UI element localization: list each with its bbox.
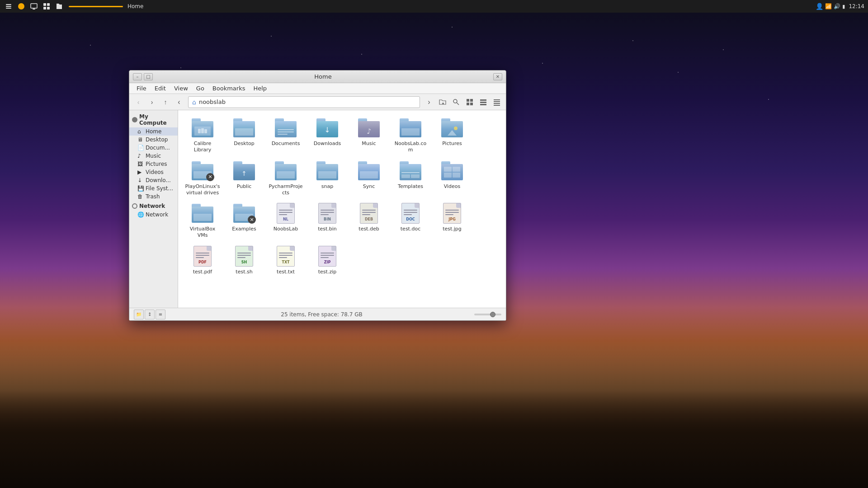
file-label-testpdf: test.pdf: [193, 269, 212, 275]
sidebar-item-music[interactable]: ♪ Music: [129, 152, 178, 160]
nav-back-button[interactable]: ‹: [173, 96, 185, 108]
folder-icon-virtualbox: [192, 202, 213, 224]
mycompute-bullet: [132, 117, 137, 122]
file-item-noobslab-file[interactable]: NL NoobsLab: [266, 200, 306, 241]
content-area: My Compute ⌂ Home 🖥 Desktop 📄 Docum... ♪…: [129, 110, 506, 308]
svg-rect-4: [31, 4, 37, 8]
file-item-testsh[interactable]: SH test.sh: [224, 243, 264, 277]
sidebar-item-trash[interactable]: 🗑 Trash: [129, 192, 178, 201]
file-item-playonlinux[interactable]: ✕ PlayOnLinux's virtual drives: [183, 158, 222, 199]
statusbar-view-buttons: 📁 ↕ ≡: [134, 310, 165, 319]
sidebar-item-videos[interactable]: ▶ Videos: [129, 168, 178, 176]
svg-point-12: [453, 99, 457, 103]
folder-icon-sync: [358, 160, 380, 182]
file-item-testjpg[interactable]: JPG test.jpg: [432, 200, 472, 241]
search-button[interactable]: [450, 96, 462, 108]
file-item-desktop[interactable]: Desktop: [224, 115, 264, 156]
folder-icon-templates: [400, 160, 421, 182]
files-taskbar-icon[interactable]: [54, 1, 64, 11]
sidebar-item-home[interactable]: ⌂ Home: [129, 127, 178, 136]
view-list-button[interactable]: [477, 96, 490, 108]
system-tray: 👤 📶 🔊 ▮: [816, 3, 845, 10]
sidebar-header-mycompute[interactable]: My Compute: [129, 112, 178, 127]
statusbar-view-folder[interactable]: 📁: [134, 310, 144, 319]
minimize-button[interactable]: –: [133, 73, 142, 80]
up-button[interactable]: ↑: [159, 96, 172, 108]
view-icons-button[interactable]: [463, 96, 476, 108]
file-item-testpdf[interactable]: PDF test.pdf: [183, 243, 222, 277]
file-item-templates[interactable]: Templates: [391, 158, 430, 199]
sidebar-header-network[interactable]: Network: [129, 202, 178, 211]
file-item-examples[interactable]: ✕ Examples: [224, 200, 264, 241]
menu-bookmarks[interactable]: Bookmarks: [209, 84, 249, 93]
svg-rect-26: [201, 128, 204, 133]
file-icon-testdoc: DOC: [400, 202, 421, 224]
menu-file[interactable]: File: [133, 84, 150, 93]
file-item-virtualbox[interactable]: VirtualBox VMs: [183, 200, 222, 241]
file-item-noobslabcom[interactable]: NoobsLab.com: [391, 115, 430, 156]
sidebar-item-documents[interactable]: 📄 Docum...: [129, 144, 178, 152]
back-button[interactable]: ‹: [132, 96, 145, 108]
file-item-snap[interactable]: snap: [307, 158, 347, 199]
sidebar-item-filesystem[interactable]: 💾 File Syst...: [129, 184, 178, 192]
file-item-documents[interactable]: Documents: [266, 115, 306, 156]
file-item-testdeb[interactable]: DEB test.deb: [349, 200, 389, 241]
file-item-testdoc[interactable]: DOC test.doc: [391, 200, 430, 241]
file-item-calibre[interactable]: Calibre Library: [183, 115, 222, 156]
svg-rect-27: [204, 129, 207, 133]
forward-button[interactable]: ›: [146, 96, 158, 108]
file-label-desktop: Desktop: [234, 141, 254, 147]
folder-icon-examples: ✕: [233, 202, 255, 224]
file-label-noobslab-file: NoobsLab: [274, 226, 298, 232]
sidebar-item-desktop[interactable]: 🖥 Desktop: [129, 136, 178, 144]
file-icon-testdeb: DEB: [358, 202, 380, 224]
menu-view[interactable]: View: [170, 84, 192, 93]
close-button[interactable]: ✕: [493, 73, 502, 80]
file-grid: Calibre Library Desktop: [178, 110, 506, 308]
folder-icon-downloads: ↓: [316, 117, 338, 139]
file-item-testzip[interactable]: ZIP test.zip: [307, 243, 347, 277]
statusbar-view-sort[interactable]: ↕: [145, 310, 155, 319]
new-folder-button[interactable]: [436, 96, 449, 108]
svg-rect-21: [494, 99, 500, 100]
statusbar: 📁 ↕ ≡ 25 items, Free space: 78.7 GB: [129, 308, 506, 320]
sidebar-item-downloads[interactable]: ↓ Downlo...: [129, 176, 178, 184]
toolbar-right-buttons: [436, 96, 503, 108]
file-item-music[interactable]: ♪ Music: [349, 115, 389, 156]
file-item-pictures[interactable]: Pictures: [432, 115, 472, 156]
address-forward-button[interactable]: ›: [423, 96, 435, 108]
svg-rect-22: [494, 101, 500, 102]
file-item-pycharm[interactable]: PycharmProjects: [266, 158, 306, 199]
svg-rect-1: [6, 6, 11, 7]
sidebar-item-pictures[interactable]: 🖼 Pictures: [129, 160, 178, 168]
svg-rect-16: [467, 103, 469, 105]
zoom-slider[interactable]: [474, 314, 501, 315]
documents-icon: 📄: [137, 145, 144, 151]
file-item-sync[interactable]: Sync: [349, 158, 389, 199]
file-item-testtxt[interactable]: TXT test.txt: [266, 243, 306, 277]
yellow-circle-icon[interactable]: [16, 1, 26, 11]
file-item-testbin[interactable]: BIN test.bin: [307, 200, 347, 241]
trash-icon: 🗑: [137, 193, 144, 200]
menu-go[interactable]: Go: [193, 84, 208, 93]
maximize-button[interactable]: □: [144, 73, 153, 80]
slider-thumb[interactable]: [490, 312, 495, 317]
app-menu-icon[interactable]: [4, 1, 14, 11]
svg-rect-6: [43, 3, 46, 6]
menu-edit[interactable]: Edit: [151, 84, 170, 93]
file-label-videos: Videos: [444, 183, 461, 190]
file-label-sync: Sync: [363, 183, 375, 190]
menu-help[interactable]: Help: [250, 84, 270, 93]
file-item-downloads[interactable]: ↓ Downloads: [307, 115, 347, 156]
statusbar-view-filter[interactable]: ≡: [156, 310, 165, 319]
show-desktop-icon[interactable]: [29, 1, 39, 11]
address-bar[interactable]: ⌂ noobslab: [188, 96, 420, 108]
view-compact-button[interactable]: [491, 96, 503, 108]
apps-grid-icon[interactable]: [42, 1, 52, 11]
sidebar-item-network[interactable]: 🌐 Network: [129, 211, 178, 219]
videos-icon: ▶: [137, 169, 144, 175]
file-item-public[interactable]: ↑ Public: [224, 158, 264, 199]
network-section-label: Network: [139, 203, 165, 209]
file-item-videos[interactable]: Videos: [432, 158, 472, 199]
file-label-testsh: test.sh: [236, 269, 252, 275]
